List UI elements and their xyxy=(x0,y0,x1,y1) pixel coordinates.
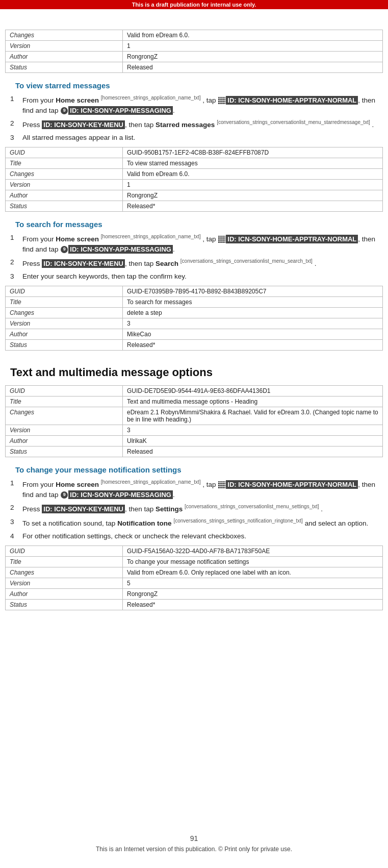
step-2-3: 3 Enter your search keywords, then tap t… xyxy=(10,271,383,282)
step-content: From your Home screen [homescreen_string… xyxy=(22,94,383,116)
s4-author-value: RongrongZ xyxy=(123,588,383,599)
homescreen-ref: [homescreen_strings_application_name_txt… xyxy=(101,95,201,101)
homescreen-ref: [homescreen_strings_application_name_txt… xyxy=(101,234,201,239)
s3-author-value: UlrikaK xyxy=(123,436,383,447)
step-4-3: 3 To set a notification sound, tap Notif… xyxy=(10,517,383,529)
circle-icon xyxy=(61,246,68,253)
step-2-1: 1 From your Home screen [homescreen_stri… xyxy=(10,233,383,255)
step-number: 3 xyxy=(10,271,22,282)
settings-bold: Settings xyxy=(156,505,183,513)
section1-heading: To view starred messages xyxy=(15,81,383,90)
s1-author-label: Author xyxy=(6,190,123,201)
s1-guid-label: GUID xyxy=(6,147,123,158)
step-2-2: 2 Press ID: ICN-SONY-KEY-MENU, then tap … xyxy=(10,257,383,269)
page-number: 91 xyxy=(0,834,388,842)
step-number: 1 xyxy=(10,94,22,116)
apptray-highlight: ID: ICN-SONY-HOME-APPTRAY-NORMAL xyxy=(226,480,358,489)
s4-guid-value: GUID-F5A156A0-322D-4AD0-AF78-BA71783F50A… xyxy=(123,545,383,556)
s3-status-label: Status xyxy=(6,447,123,457)
step-1-1: 1 From your Home screen [homescreen_stri… xyxy=(10,94,383,116)
s4-author-label: Author xyxy=(6,588,123,599)
draft-banner: This is a draft publication for internal… xyxy=(0,0,388,9)
apptray-highlight: ID: ICN-SONY-HOME-APPTRAY-NORMAL xyxy=(226,96,358,105)
s2-title-value: To search for messages xyxy=(123,297,383,308)
step-content: From your Home screen [homescreen_string… xyxy=(22,478,383,500)
s4-status-value: Released* xyxy=(123,599,383,610)
homescreen-ref: [homescreen_strings_application_name_txt… xyxy=(101,479,201,485)
s2-author-value: MikeCao xyxy=(123,329,383,340)
intro-changes-value: Valid from eDream 6.0. xyxy=(123,30,383,41)
s3-changes-value: eDream 2.1 Robyn/Mimmi/Shakira & Rachael… xyxy=(123,407,383,425)
page-footer: 91 This is an Internet version of this p… xyxy=(0,834,388,853)
s2-title-label: Title xyxy=(6,297,123,308)
s2-author-label: Author xyxy=(6,329,123,340)
s2-changes-label: Changes xyxy=(6,308,123,318)
section4-heading: To change your message notification sett… xyxy=(15,465,383,474)
s4-status-label: Status xyxy=(6,599,123,610)
s4-changes-value: Valid from eDream 6.0. Only replaced one… xyxy=(123,567,383,578)
s4-guid-label: GUID xyxy=(6,545,123,556)
menu-key-highlight: ID: ICN-SONY-KEY-MENU xyxy=(42,259,125,268)
menu-key-highlight: ID: ICN-SONY-KEY-MENU xyxy=(42,505,125,513)
step-number: 1 xyxy=(10,478,22,500)
s2-status-value: Released* xyxy=(123,340,383,351)
notif-tone-bold: Notification tone xyxy=(117,519,172,527)
section2-heading: To search for messages xyxy=(15,220,383,229)
s4-title-label: Title xyxy=(6,556,123,567)
section4-steps: 1 From your Home screen [homescreen_stri… xyxy=(10,478,383,541)
circle-icon xyxy=(61,491,68,499)
step-content: To set a notification sound, tap Notific… xyxy=(22,517,383,529)
step-1-3: 3 All starred messages appear in a list. xyxy=(10,133,383,143)
step-number: 3 xyxy=(10,133,22,143)
intro-version-value: 1 xyxy=(123,41,383,52)
apptray-highlight: ID: ICN-SONY-HOME-APPTRAY-NORMAL xyxy=(226,235,358,243)
homescreen-bold: Home screen xyxy=(56,96,99,104)
step-content: All starred messages appear in a list. xyxy=(22,133,383,143)
s4-title-value: To change your message notification sett… xyxy=(123,556,383,567)
section1-steps: 1 From your Home screen [homescreen_stri… xyxy=(10,94,383,143)
s2-status-label: Status xyxy=(6,340,123,351)
section4-meta-table: GUID GUID-F5A156A0-322D-4AD0-AF78-BA7178… xyxy=(5,545,383,610)
step-content: Press ID: ICN-SONY-KEY-MENU, then tap Se… xyxy=(22,503,383,514)
section3-title: Text and multimedia message options xyxy=(10,366,378,379)
s1-changes-value: Valid from eDream 6.0. xyxy=(123,169,383,180)
homescreen-bold: Home screen xyxy=(56,481,99,488)
s3-guid-label: GUID xyxy=(6,386,123,396)
intro-changes-label: Changes xyxy=(6,30,123,41)
s4-version-value: 5 xyxy=(123,578,383,588)
intro-author-label: Author xyxy=(6,52,123,62)
s1-status-value: Released* xyxy=(123,201,383,212)
step-content: Enter your search keywords, then tap the… xyxy=(22,271,383,282)
grid-icon xyxy=(218,97,225,104)
section3-meta-table: GUID GUID-DE7D5E9D-9544-491A-9E63-86DFAA… xyxy=(5,385,383,457)
circle-icon xyxy=(61,107,68,114)
menu-key-highlight: ID: ICN-SONY-KEY-MENU xyxy=(42,120,125,129)
s3-title-value: Text and multimedia message options - He… xyxy=(123,396,383,407)
s3-status-value: Released xyxy=(123,447,383,457)
s2-guid-label: GUID xyxy=(6,286,123,297)
search-ref: [conversations_strings_conversationlist_… xyxy=(180,258,313,264)
search-bold: Search xyxy=(156,260,178,267)
s4-version-label: Version xyxy=(6,578,123,588)
step-content: For other notification settings, check o… xyxy=(22,531,383,541)
homescreen-bold: Home screen xyxy=(56,235,99,243)
starred-bold: Starred messages xyxy=(156,121,215,129)
grid-icon xyxy=(218,236,225,243)
step-1-2: 2 Press ID: ICN-SONY-KEY-MENU, then tap … xyxy=(10,118,383,130)
s3-version-label: Version xyxy=(6,425,123,436)
messaging-highlight: ID: ICN-SONY-APP-MESSAGING xyxy=(68,245,173,254)
step-number: 4 xyxy=(10,531,22,541)
settings-ref: [conversations_strings_conversationlist_… xyxy=(185,504,319,509)
section1-meta-table: GUID GUID-950B1757-1EF2-4C8B-B38F-824EFF… xyxy=(5,147,383,212)
s1-version-value: 1 xyxy=(123,180,383,190)
intro-author-value: RongrongZ xyxy=(123,52,383,62)
s2-version-label: Version xyxy=(6,318,123,329)
intro-status-value: Released xyxy=(123,62,383,73)
step-content: Press ID: ICN-SONY-KEY-MENU, then tap St… xyxy=(22,118,383,130)
s4-changes-label: Changes xyxy=(6,567,123,578)
s2-guid-value: GUID-E70395B9-7B95-4170-B892-B843B89205C… xyxy=(123,286,383,297)
step-content: From your Home screen [homescreen_string… xyxy=(22,233,383,255)
step-content: Press ID: ICN-SONY-KEY-MENU, then tap Se… xyxy=(22,257,383,269)
intro-status-label: Status xyxy=(6,62,123,73)
s3-guid-value: GUID-DE7D5E9D-9544-491A-9E63-86DFAA4136D… xyxy=(123,386,383,396)
